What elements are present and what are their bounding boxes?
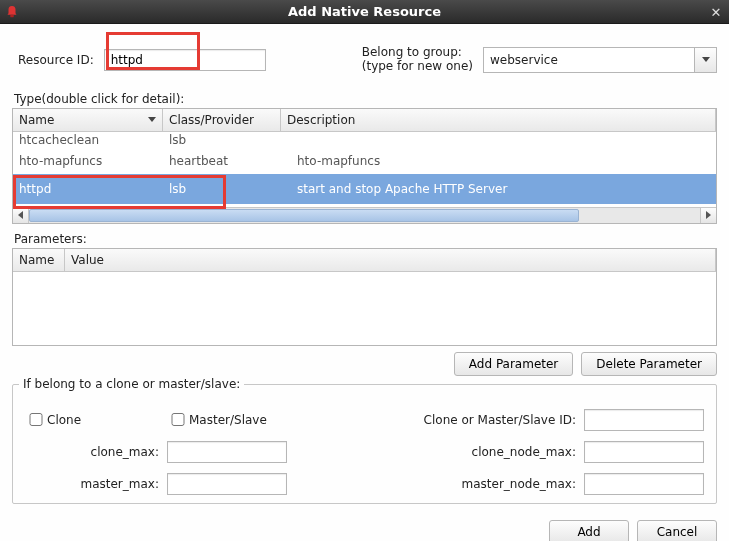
triangle-right-icon [706,211,711,219]
clone-node-max-label: clone_node_max: [309,445,584,459]
row-name: htcacheclean [13,133,163,147]
belong-to-group-label-line2: (type for new one) [362,59,473,73]
clone-node-max-input[interactable] [584,441,704,463]
master-node-max-input[interactable] [584,473,704,495]
parameters-table-body [13,272,716,345]
window-title: Add Native Resource [0,4,729,19]
app-icon [4,4,20,20]
group-combobox-button[interactable] [694,48,716,72]
master-slave-checkbox-label: Master/Slave [189,413,309,427]
type-column-name-label: Name [19,113,54,127]
resource-id-label: Resource ID: [18,53,94,67]
table-row[interactable]: htcacheclean lsb [13,132,716,148]
clone-checkbox[interactable] [25,413,47,426]
parameters-column-name[interactable]: Name [13,249,65,271]
type-table-body: htcacheclean lsb hto-mapfuncs heartbeat … [13,132,716,207]
clone-or-master-id-input[interactable] [584,409,704,431]
scroll-left-button[interactable] [13,208,29,223]
master-slave-checkbox[interactable] [167,413,189,426]
sort-chevron-down-icon [148,117,156,122]
scroll-right-button[interactable] [700,208,716,223]
close-icon[interactable]: ✕ [707,3,725,21]
type-table-hscrollbar[interactable] [13,207,716,223]
triangle-left-icon [18,211,23,219]
parameters-table: Name Value [12,248,717,346]
parameters-column-value[interactable]: Value [65,249,716,271]
clone-or-master-id-label: Clone or Master/Slave ID: [309,413,584,427]
resource-id-input[interactable] [104,49,266,71]
header-row: Resource ID: Belong to group: (type for … [18,46,717,74]
group-combobox[interactable]: webservice [483,47,717,73]
type-table: Name Class/Provider Description htcachec… [12,108,717,224]
row-desc: start and stop Apache HTTP Server [281,182,716,196]
type-column-class[interactable]: Class/Provider [163,109,281,131]
belong-to-group-label-line1: Belong to group: [362,45,462,59]
chevron-down-icon [702,57,710,62]
scroll-track[interactable] [29,208,700,223]
clone-master-legend: If belong to a clone or master/slave: [19,377,244,391]
delete-parameter-button[interactable]: Delete Parameter [581,352,717,376]
row-class: lsb [163,182,281,196]
belong-to-group-label: Belong to group: (type for new one) [362,46,473,74]
row-name: hto-mapfuncs [13,154,163,168]
row-desc: hto-mapfuncs [281,154,716,168]
titlebar: Add Native Resource ✕ [0,0,729,24]
parameters-heading: Parameters: [14,232,717,246]
table-row[interactable]: hto-mapfuncs heartbeat hto-mapfuncs [13,148,716,174]
dialog-footer: Add Cancel [0,512,729,541]
add-parameter-button[interactable]: Add Parameter [454,352,573,376]
type-column-name[interactable]: Name [13,109,163,131]
master-max-label: master_max: [47,477,167,491]
clone-max-label: clone_max: [47,445,167,459]
master-node-max-label: master_node_max: [309,477,584,491]
cancel-button[interactable]: Cancel [637,520,717,541]
group-combobox-value: webservice [484,51,694,69]
type-column-description[interactable]: Description [281,109,716,131]
table-row-selected[interactable]: httpd lsb start and stop Apache HTTP Ser… [13,174,716,204]
clone-max-input[interactable] [167,441,287,463]
svg-rect-0 [10,14,14,17]
scroll-thumb[interactable] [29,209,579,222]
parameters-table-header: Name Value [13,249,716,272]
clone-checkbox-label: Clone [47,413,167,427]
row-class: lsb [163,133,281,147]
clone-master-fieldset: If belong to a clone or master/slave: Cl… [12,384,717,504]
row-name: httpd [13,182,163,196]
row-class: heartbeat [163,154,281,168]
master-max-input[interactable] [167,473,287,495]
type-table-header: Name Class/Provider Description [13,109,716,132]
add-button[interactable]: Add [549,520,629,541]
type-heading: Type(double click for detail): [14,92,717,106]
